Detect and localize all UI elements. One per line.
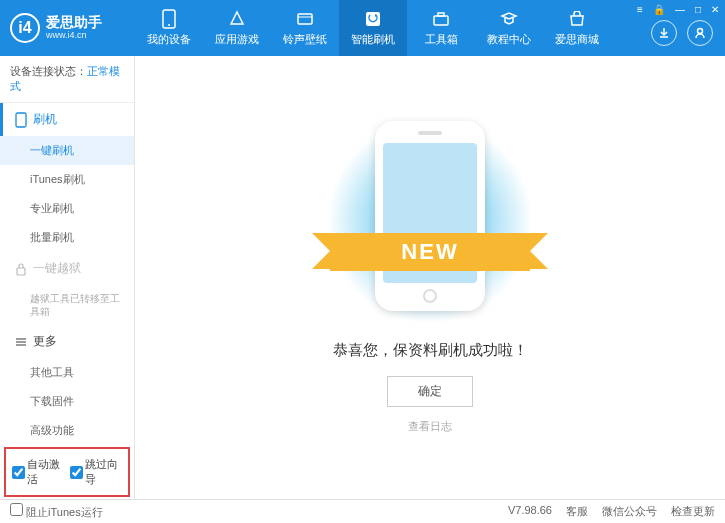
app-title: 爱思助手 [46, 15, 102, 30]
main-content: NEW 恭喜您，保资料刷机成功啦！ 确定 查看日志 [135, 56, 725, 499]
checkbox-skip-guide[interactable]: 跳过向导 [70, 457, 122, 487]
svg-rect-9 [17, 268, 25, 275]
svg-point-1 [168, 24, 170, 26]
sidebar-item-itunes[interactable]: iTunes刷机 [0, 165, 134, 194]
flash-icon [363, 9, 383, 29]
svg-point-7 [698, 29, 703, 34]
sidebar-item-advanced[interactable]: 高级功能 [0, 416, 134, 445]
tab-store[interactable]: 爱思商城 [543, 0, 611, 56]
version-label: V7.98.66 [508, 504, 552, 519]
block-itunes-checkbox[interactable]: 阻止iTunes运行 [10, 503, 103, 520]
sidebar-item-batch[interactable]: 批量刷机 [0, 223, 134, 252]
window-controls: ≡ 🔒 — □ ✕ [637, 4, 719, 15]
tab-flash[interactable]: 智能刷机 [339, 0, 407, 56]
success-message: 恭喜您，保资料刷机成功啦！ [333, 341, 528, 360]
sidebar-item-other[interactable]: 其他工具 [0, 358, 134, 387]
svg-rect-4 [366, 12, 380, 26]
menu-icon[interactable]: ≡ [637, 4, 643, 15]
apps-icon [227, 9, 247, 29]
support-link[interactable]: 客服 [566, 504, 588, 519]
ok-button[interactable]: 确定 [387, 376, 473, 407]
ringtone-icon [295, 9, 315, 29]
tab-my-device[interactable]: 我的设备 [135, 0, 203, 56]
download-button[interactable] [651, 20, 677, 46]
app-url: www.i4.cn [46, 31, 102, 41]
sidebar-item-oneclick[interactable]: 一键刷机 [0, 136, 134, 165]
statusbar: 阻止iTunes运行 V7.98.66 客服 微信公众号 检查更新 [0, 499, 725, 523]
close-icon[interactable]: ✕ [711, 4, 719, 15]
device-icon [159, 9, 179, 29]
tab-toolbox[interactable]: 工具箱 [407, 0, 475, 56]
more-icon [15, 336, 27, 348]
phone-illustration: NEW [350, 121, 510, 321]
maximize-icon[interactable]: □ [695, 4, 701, 15]
svg-rect-6 [438, 13, 444, 16]
minimize-icon[interactable]: — [675, 4, 685, 15]
user-button[interactable] [687, 20, 713, 46]
checkbox-row: 自动激活 跳过向导 [4, 447, 130, 497]
sidebar-item-pro[interactable]: 专业刷机 [0, 194, 134, 223]
checkbox-auto-activate[interactable]: 自动激活 [12, 457, 64, 487]
logo-icon: i4 [10, 13, 40, 43]
check-update-link[interactable]: 检查更新 [671, 504, 715, 519]
logo-area: i4 爱思助手 www.i4.cn [10, 13, 135, 43]
new-ribbon: NEW [330, 233, 530, 271]
toolbox-icon [431, 9, 451, 29]
lock-icon [15, 262, 27, 276]
tutorial-icon [499, 9, 519, 29]
nav-tabs: 我的设备 应用游戏 铃声壁纸 智能刷机 工具箱 教程中心 爱思商城 [135, 0, 611, 56]
wechat-link[interactable]: 微信公众号 [602, 504, 657, 519]
sidebar: 设备连接状态：正常模式 刷机 一键刷机 iTunes刷机 专业刷机 批量刷机 一… [0, 56, 135, 499]
sidebar-item-firmware[interactable]: 下载固件 [0, 387, 134, 416]
device-status: 设备连接状态：正常模式 [0, 56, 134, 103]
svg-rect-2 [298, 14, 312, 24]
lock-icon[interactable]: 🔒 [653, 4, 665, 15]
store-icon [567, 9, 587, 29]
tab-tutorial[interactable]: 教程中心 [475, 0, 543, 56]
phone-icon [15, 112, 27, 128]
section-jailbreak[interactable]: 一键越狱 [0, 252, 134, 285]
svg-rect-8 [16, 113, 26, 127]
section-more[interactable]: 更多 [0, 325, 134, 358]
tab-apps[interactable]: 应用游戏 [203, 0, 271, 56]
section-flash[interactable]: 刷机 [0, 103, 134, 136]
jailbreak-note: 越狱工具已转移至工具箱 [0, 285, 134, 325]
svg-rect-5 [434, 16, 448, 25]
tab-ringtones[interactable]: 铃声壁纸 [271, 0, 339, 56]
log-link[interactable]: 查看日志 [408, 419, 452, 434]
header: i4 爱思助手 www.i4.cn 我的设备 应用游戏 铃声壁纸 智能刷机 工具… [0, 0, 725, 56]
